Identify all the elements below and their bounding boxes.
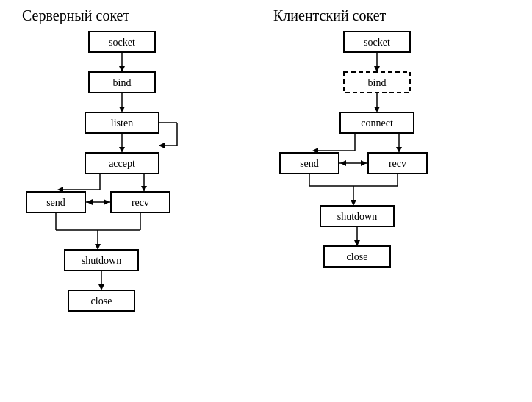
svg-marker-38 xyxy=(374,107,380,112)
client-diagram: socket bind connect send xyxy=(267,32,517,399)
svg-marker-48 xyxy=(340,160,346,166)
server-close-label: close xyxy=(91,295,112,306)
svg-marker-49 xyxy=(361,160,367,166)
svg-marker-2 xyxy=(119,66,125,72)
svg-marker-28 xyxy=(95,244,101,250)
client-recv-label: recv xyxy=(389,158,406,169)
svg-marker-12 xyxy=(119,147,125,153)
client-title: Клиентский сокет xyxy=(273,7,386,24)
server-column: Серверный сокет socket bind listen xyxy=(15,7,266,395)
svg-marker-5 xyxy=(119,107,125,112)
client-socket-label: socket xyxy=(364,37,390,48)
server-diagram: socket bind listen accept xyxy=(15,32,265,399)
server-bind-label: bind xyxy=(113,77,132,88)
client-close-label: close xyxy=(347,251,368,262)
server-title: Серверный сокет xyxy=(22,7,129,24)
client-send-label: send xyxy=(300,158,319,169)
svg-marker-18 xyxy=(141,186,147,192)
svg-marker-23 xyxy=(104,199,109,205)
svg-marker-22 xyxy=(87,199,93,205)
svg-marker-44 xyxy=(396,147,402,153)
client-shutdown-label: shutdown xyxy=(337,211,377,222)
server-accept-label: accept xyxy=(109,158,135,169)
server-shutdown-label: shutdown xyxy=(82,255,121,266)
svg-marker-57 xyxy=(354,240,360,246)
diagram-container: Серверный сокет socket bind listen xyxy=(0,0,532,402)
client-bind-label: bind xyxy=(368,77,387,88)
svg-marker-31 xyxy=(98,284,104,290)
server-send-label: send xyxy=(46,197,65,208)
client-column: Клиентский сокет socket bind connect xyxy=(266,7,517,395)
client-connect-label: connect xyxy=(361,118,393,129)
svg-marker-10 xyxy=(159,143,165,148)
server-listen-label: listen xyxy=(111,118,133,129)
server-socket-label: socket xyxy=(109,37,135,48)
svg-marker-35 xyxy=(374,66,380,72)
svg-marker-54 xyxy=(351,200,356,206)
server-recv-label: recv xyxy=(132,197,149,208)
